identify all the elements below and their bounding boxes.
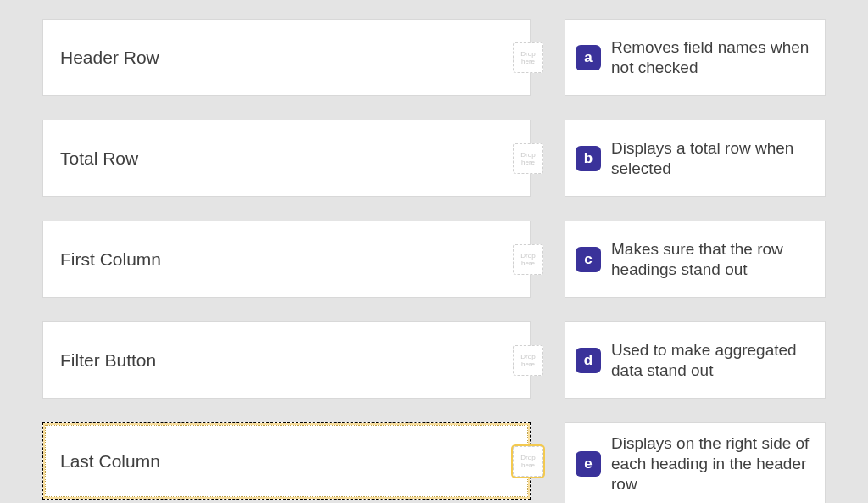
- drop-zone[interactable]: Drop here: [513, 143, 543, 174]
- answer-letter-badge: b: [576, 146, 601, 171]
- drop-text-1: Drop: [520, 353, 535, 360]
- answer-text: Displays on the right side of each headi…: [611, 433, 815, 494]
- prompt-label: Last Column: [60, 451, 160, 472]
- drop-text-1: Drop: [520, 454, 535, 461]
- answer-text: Removes field names when not checked: [611, 37, 815, 78]
- drop-text-2: here: [521, 461, 535, 469]
- matching-activity: Header Row Drop here Total Row Drop here…: [0, 0, 868, 503]
- answer-card-c[interactable]: c Makes sure that the row headings stand…: [565, 221, 826, 298]
- answer-card-e[interactable]: e Displays on the right side of each hea…: [565, 422, 826, 503]
- prompt-card-first-column[interactable]: First Column Drop here: [42, 221, 531, 298]
- prompt-label: Filter Button: [60, 350, 156, 371]
- drop-zone[interactable]: Drop here: [513, 244, 543, 275]
- drop-text-2: here: [521, 360, 535, 368]
- prompt-card-last-column[interactable]: Last Column Drop here: [42, 422, 531, 500]
- answer-letter-badge: d: [576, 348, 601, 373]
- answer-letter-badge: a: [576, 45, 601, 70]
- answer-text: Displays a total row when selected: [611, 138, 815, 179]
- answer-card-b[interactable]: b Displays a total row when selected: [565, 120, 826, 197]
- drop-text-1: Drop: [520, 252, 535, 260]
- drop-text-2: here: [521, 260, 535, 267]
- prompt-card-total-row[interactable]: Total Row Drop here: [42, 120, 531, 197]
- drop-zone[interactable]: Drop here: [513, 42, 543, 73]
- prompts-column: Header Row Drop here Total Row Drop here…: [42, 19, 531, 503]
- prompt-label: Header Row: [60, 48, 159, 68]
- prompt-card-filter-button[interactable]: Filter Button Drop here: [42, 321, 531, 399]
- answer-letter-badge: c: [576, 247, 601, 272]
- drop-text-2: here: [521, 159, 535, 166]
- drop-text-1: Drop: [520, 50, 535, 58]
- drop-text-1: Drop: [520, 151, 535, 159]
- prompt-label: Total Row: [60, 148, 138, 169]
- answer-text: Makes sure that the row headings stand o…: [611, 239, 815, 280]
- answer-card-a[interactable]: a Removes field names when not checked: [565, 19, 826, 96]
- drop-text-2: here: [521, 58, 535, 65]
- prompt-card-header-row[interactable]: Header Row Drop here: [42, 19, 531, 96]
- answer-text: Used to make aggregated data stand out: [611, 340, 815, 381]
- answer-card-d[interactable]: d Used to make aggregated data stand out: [565, 321, 826, 399]
- answers-column: a Removes field names when not checked b…: [565, 19, 826, 503]
- answer-letter-badge: e: [576, 451, 601, 477]
- drop-zone[interactable]: Drop here: [513, 446, 543, 477]
- prompt-label: First Column: [60, 249, 161, 270]
- drop-zone[interactable]: Drop here: [513, 345, 543, 376]
